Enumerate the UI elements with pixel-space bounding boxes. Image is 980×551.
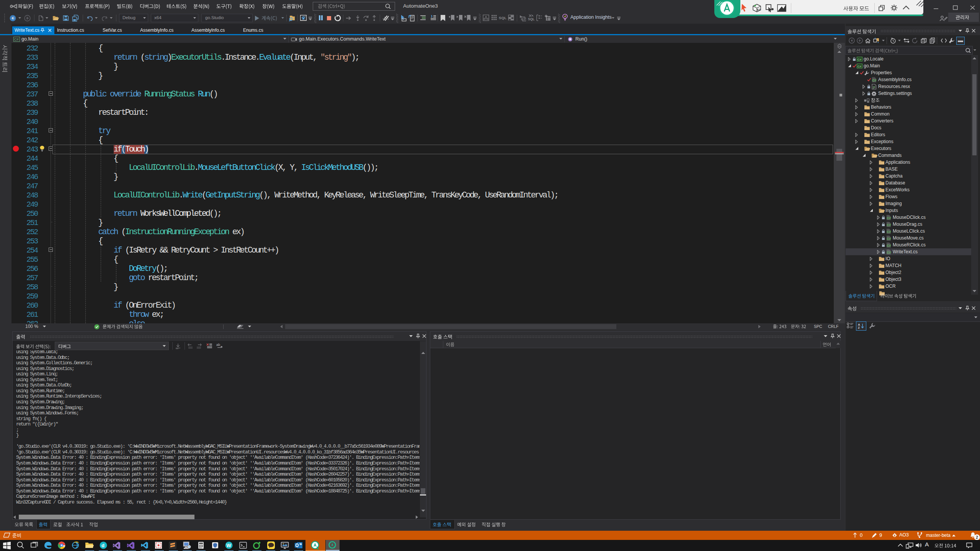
svg-text:Z: Z [858,326,860,329]
svg-text:W: W [227,543,232,548]
svg-text:C#: C# [872,78,877,82]
svg-text:C#: C# [14,37,19,41]
svg-text:C#: C# [887,230,891,233]
svg-text:C#: C# [887,216,891,220]
svg-text:ab: ab [216,343,220,347]
svg-text:C#: C# [887,236,891,240]
svg-text:C#: C# [887,243,891,247]
svg-text:d: d [101,543,105,548]
svg-text:E2: E2 [757,8,761,11]
svg-text:C#: C# [858,65,862,68]
svg-text:C#: C# [887,250,891,254]
svg-text:C#: C# [887,223,891,227]
svg-text:C#: C# [858,58,862,61]
svg-text:2: 2 [976,535,978,540]
